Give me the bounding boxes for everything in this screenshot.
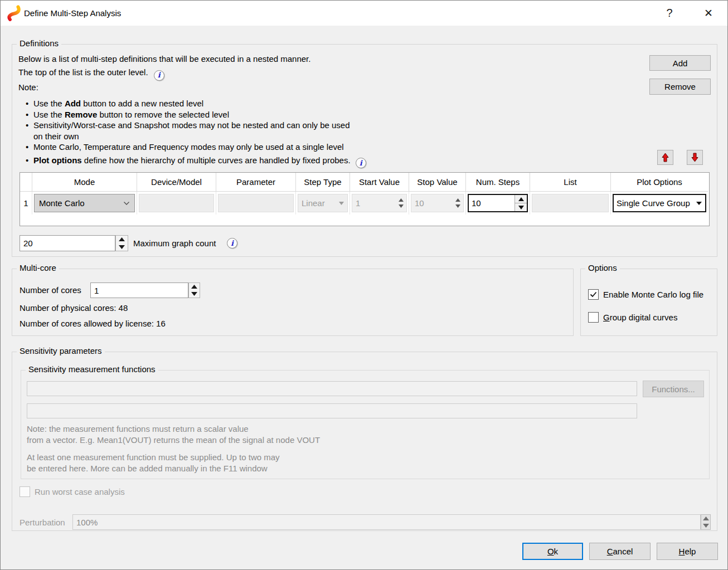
number-of-cores-input[interactable] [90, 282, 188, 298]
spin-down-icon [119, 245, 125, 249]
info-icon[interactable]: i [154, 70, 164, 81]
app-logo-icon [7, 5, 22, 21]
info-icon[interactable]: i [356, 158, 366, 168]
dropdown-arrow-icon [696, 202, 702, 205]
options-group-title: Options [585, 263, 620, 272]
num-steps-spinbox[interactable]: 10 [468, 194, 528, 212]
group-digital-curves-checkbox[interactable] [588, 312, 599, 323]
info-icon[interactable]: i [227, 238, 237, 249]
options-group: Options Enable Monte Carlo log file Grou… [580, 269, 717, 336]
help-button[interactable]: Help [657, 543, 718, 560]
close-icon[interactable]: ✕ [696, 1, 721, 26]
measurement-function-input-1[interactable] [27, 381, 637, 396]
measurement-note-1: Note: the measurement functions must ret… [27, 423, 320, 445]
table-row-cell-device-model [137, 192, 216, 215]
window-title: Define Multi-Step Analysis [24, 1, 121, 26]
spin-down-icon [399, 204, 404, 208]
spin-up-icon [119, 237, 125, 241]
col-header-device-model: Device/Model [137, 173, 216, 192]
spin-up-icon [518, 197, 524, 201]
max-graph-count-label: Maximum graph count [133, 238, 216, 248]
col-header-start-value: Start Value [350, 173, 409, 192]
sensitivity-parameters-group: Sensitivity parameters Sensitivity measu… [12, 352, 717, 531]
definitions-bullet-list: Use the Add button to add a new nested l… [26, 98, 416, 168]
perturbation-input[interactable] [72, 514, 701, 530]
spin-up-icon [455, 198, 460, 202]
spin-down-button [701, 522, 710, 529]
move-up-button[interactable] [657, 150, 673, 165]
table-row-cell-list [530, 192, 611, 215]
col-header-step-type: Step Type [296, 173, 350, 192]
dropdown-arrow-icon [339, 202, 344, 205]
sensitivity-functions-group: Sensitivity measurement functions Functi… [21, 370, 710, 479]
help-window-button[interactable]: ? [657, 1, 682, 26]
table-row-cell-start-value: 1 [350, 192, 409, 215]
bullet-add: Use the Add button to add a new nested l… [26, 98, 416, 109]
title-bar: Define Multi-Step Analysis ? ✕ [1, 1, 727, 26]
license-cores-text: Number of cores allowed by license: 16 [20, 319, 166, 328]
add-button[interactable]: Add [649, 55, 711, 71]
spin-up-icon [399, 198, 404, 202]
multi-core-group: Multi-core Number of cores Number of phy… [12, 269, 574, 336]
red-down-arrow-icon [691, 153, 698, 162]
bullet-monte-carlo: Monte Carlo, Temperature and Frequency m… [26, 142, 416, 153]
col-header-num-steps: Num. Steps [466, 173, 530, 192]
bullet-sensitivity: Sensitivity/Worst-case and Snapshot mode… [26, 120, 416, 142]
col-header-plot-options: Plot Options [611, 173, 708, 192]
table-row-cell-mode: Monte Carlo [32, 192, 137, 215]
definitions-group: Definitions Below is a list of multi-ste… [12, 44, 717, 257]
ok-button[interactable]: Ok [522, 543, 583, 560]
table-row-cell-num-steps: 10 [466, 192, 530, 215]
run-worst-case-checkbox[interactable] [20, 486, 30, 497]
perturbation-spinner [701, 514, 711, 530]
red-up-arrow-icon [662, 153, 669, 162]
spin-down-button[interactable] [116, 243, 128, 251]
spin-down-icon [518, 206, 524, 210]
table-row-cell-step-type: Linear [296, 192, 350, 215]
definitions-group-title: Definitions [17, 38, 61, 48]
spin-up-button[interactable] [189, 283, 200, 290]
max-graph-count-input[interactable] [20, 235, 115, 251]
measurement-function-input-2[interactable] [27, 403, 637, 418]
spin-down-button[interactable] [515, 203, 527, 211]
spin-down-icon [455, 204, 460, 208]
spin-down-icon [703, 524, 709, 528]
mode-combobox[interactable]: Monte Carlo [34, 194, 135, 212]
corner-header [20, 173, 32, 192]
note-label: Note: [18, 82, 38, 92]
enable-mc-log-label: Enable Monte Carlo log file [603, 290, 703, 299]
start-value-spinbox: 1 [352, 194, 407, 212]
col-header-stop-value: Stop Value [409, 173, 466, 192]
move-down-button[interactable] [687, 150, 703, 165]
row-number: 1 [20, 192, 32, 215]
chevron-down-icon [123, 201, 130, 206]
functions-button[interactable]: Functions... [643, 381, 704, 397]
spin-up-icon [703, 517, 709, 520]
number-of-cores-label: Number of cores [20, 285, 81, 295]
list-field [532, 194, 609, 212]
stop-value-spinbox: 10 [411, 194, 464, 212]
perturbation-label: Perturbation [20, 518, 65, 527]
checkmark-icon [590, 291, 597, 298]
col-header-list: List [530, 173, 611, 192]
table-row-cell-plot-options: Single Curve Group [611, 192, 708, 215]
number-of-cores-spinner[interactable] [188, 282, 200, 298]
bullet-remove: Use the Remove button to remove the sele… [26, 109, 416, 120]
col-header-parameter: Parameter [216, 173, 296, 192]
plot-options-combobox[interactable]: Single Curve Group [613, 194, 706, 212]
spin-down-button[interactable] [189, 290, 200, 298]
sensitivity-group-title: Sensitivity parameters [17, 346, 105, 355]
spin-up-button[interactable] [515, 195, 527, 203]
step-type-combobox: Linear [298, 194, 348, 212]
measurement-note-2: At least one measurement function must b… [27, 452, 280, 474]
multi-core-group-title: Multi-core [17, 263, 59, 272]
cancel-button[interactable]: Cancel [589, 543, 651, 560]
max-graph-count-spinner[interactable] [115, 235, 128, 251]
device-model-field [139, 194, 214, 212]
spin-up-button[interactable] [116, 236, 128, 243]
intro-line-2: The top of the list is the outer level. … [18, 66, 310, 81]
spin-up-icon [191, 285, 197, 289]
remove-button[interactable]: Remove [649, 79, 711, 95]
parameter-field [218, 194, 294, 212]
enable-mc-log-checkbox[interactable] [588, 289, 599, 300]
